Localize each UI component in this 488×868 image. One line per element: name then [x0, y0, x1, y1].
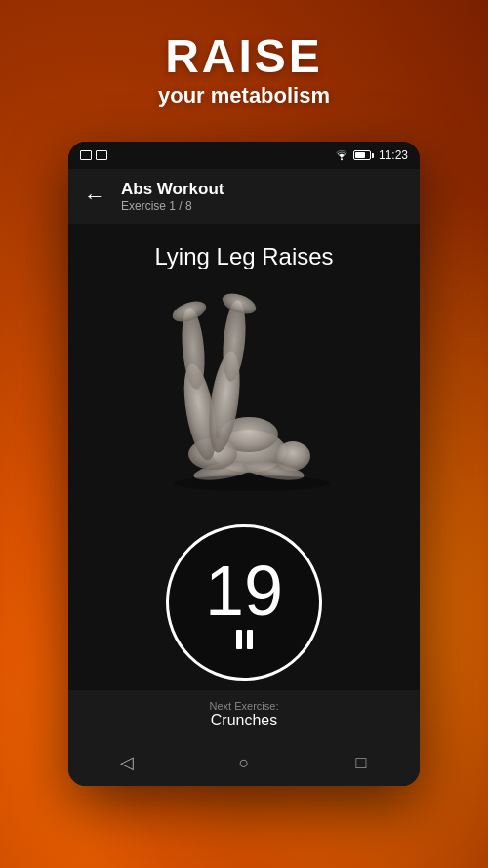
svg-point-0: [341, 158, 343, 160]
pause-bar-right: [247, 630, 253, 649]
pause-button[interactable]: [236, 630, 253, 649]
nav-bar: ◁ ○ □: [68, 739, 420, 786]
toolbar: ← Abs Workout Exercise 1 / 8: [68, 169, 420, 224]
toolbar-info: Abs Workout Exercise 1 / 8: [121, 180, 224, 213]
exercise-figure: [107, 270, 381, 534]
pause-bar-left: [236, 630, 242, 649]
header-raise-text: RAISE: [0, 29, 488, 83]
wifi-icon: [335, 149, 348, 161]
toolbar-title: Abs Workout: [121, 180, 224, 199]
next-exercise-label: Next Exercise:: [210, 700, 279, 712]
toolbar-subtitle: Exercise 1 / 8: [121, 199, 224, 213]
main-content: Lying Leg Raises: [68, 224, 420, 690]
exercise-name: Lying Leg Raises: [154, 243, 333, 270]
figure-area: 19: [68, 270, 420, 690]
status-right-icons: 11:23: [335, 148, 408, 162]
timer-circle[interactable]: 19: [166, 524, 322, 681]
nav-home-button[interactable]: ○: [215, 739, 273, 786]
calendar-icon: [96, 150, 107, 160]
timer-number: 19: [205, 556, 283, 626]
header-subtitle: your metabolism: [0, 83, 488, 108]
nav-back-button[interactable]: ◁: [98, 739, 156, 786]
svg-point-13: [174, 475, 330, 491]
nav-recent-button[interactable]: □: [332, 739, 390, 786]
status-bar: 11:23: [68, 142, 420, 169]
header-section: RAISE your metabolism: [0, 29, 488, 108]
phone-frame: 11:23 ← Abs Workout Exercise 1 / 8 Lying…: [68, 142, 420, 786]
status-left-icons: [80, 150, 107, 160]
status-time: 11:23: [379, 148, 408, 162]
battery-icon: [353, 150, 374, 160]
notification-icon: [80, 150, 92, 160]
next-exercise-name: Crunches: [211, 712, 277, 729]
next-exercise-section: Next Exercise: Crunches: [68, 690, 420, 739]
back-button[interactable]: ←: [84, 186, 105, 207]
